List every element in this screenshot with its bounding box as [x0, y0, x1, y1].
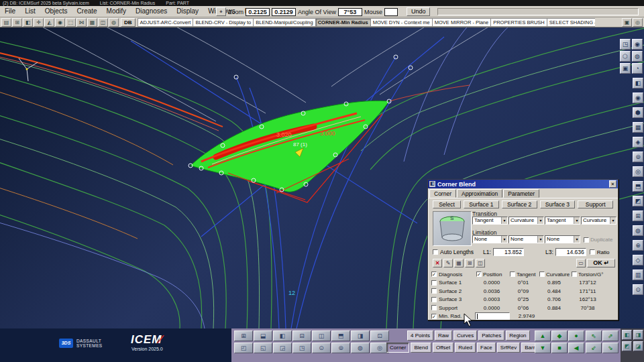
hotkey-button[interactable]: CORNER-Min Radius	[315, 18, 370, 27]
menu-item[interactable]: Modify	[102, 6, 131, 17]
chevron-down-icon[interactable]	[574, 236, 580, 243]
min-rad-input[interactable]	[475, 312, 510, 320]
row-checkbox[interactable]	[431, 280, 437, 286]
l1-input[interactable]: 13.852	[493, 248, 524, 256]
transition-select[interactable]: Curvature	[581, 217, 616, 225]
create-tool-icon[interactable]: ◧	[273, 330, 292, 341]
surface-op-button[interactable]: Face	[477, 343, 496, 353]
ratio-checkbox[interactable]	[590, 249, 595, 255]
auto-lengths-checkbox[interactable]	[433, 249, 438, 255]
curvature-checkbox[interactable]	[539, 272, 545, 277]
min-rad-checkbox[interactable]	[431, 314, 437, 319]
create-tool-icon[interactable]: ◲	[273, 343, 292, 353]
edit-tool-icon[interactable]: ✎	[443, 259, 453, 267]
surface-op-button[interactable]: Corner	[386, 343, 409, 353]
db-button[interactable]: DB	[121, 18, 136, 27]
modeling-tool-icon[interactable]: ⬒	[633, 181, 643, 192]
limitation-select[interactable]: None	[508, 235, 544, 243]
view-nav-icon[interactable]: ⇘	[602, 343, 619, 353]
toolbar-icon[interactable]: ⊞	[12, 18, 22, 27]
view-tool-icon[interactable]: ⬡	[620, 51, 631, 62]
duplicate-checkbox[interactable]	[584, 237, 589, 243]
modeling-tool-icon[interactable]: ▥	[633, 269, 643, 280]
hotkey-button[interactable]: ADJUST-ARC-Convert	[138, 18, 193, 27]
surface-op-button[interactable]: SrfRev	[497, 343, 520, 353]
table-row[interactable]: Surface 2 0.0036 0°09 0.484 171°11	[429, 287, 618, 296]
chevron-down-icon[interactable]	[537, 236, 543, 243]
display-tool-icon[interactable]: ■	[551, 343, 568, 353]
modeling-tool-icon[interactable]: ◇	[633, 255, 643, 265]
modeling-tool-icon[interactable]: ⬢	[633, 107, 643, 118]
mouse-indicator[interactable]	[384, 8, 398, 16]
view-tool-icon[interactable]: ◉	[632, 39, 643, 50]
modeling-tool-icon[interactable]: ◈	[633, 137, 643, 147]
menu-item[interactable]: Display	[172, 6, 203, 17]
menu-item[interactable]: Objects	[40, 6, 72, 17]
display-tool-icon[interactable]: ▼	[535, 343, 551, 353]
corner-tool-icon[interactable]: ◩	[622, 341, 632, 351]
modeling-tool-icon[interactable]: ◉	[633, 93, 643, 103]
dialog-tab[interactable]: Corner	[429, 189, 456, 198]
surface-type-button[interactable]: Patches	[478, 330, 504, 341]
diagnosis-checkbox[interactable]	[431, 272, 437, 277]
position-checkbox[interactable]	[476, 272, 482, 277]
toolbar-icon[interactable]: ◎	[633, 18, 643, 27]
row-checkbox[interactable]	[431, 288, 437, 294]
hotkey-button[interactable]: SELECT SHADING - Adv	[547, 18, 595, 27]
cancel-icon[interactable]: ✕	[433, 259, 442, 267]
modeling-tool-icon[interactable]: ⊕	[633, 240, 643, 251]
hotkey-button[interactable]: BLEND-CRV - Display to	[193, 18, 253, 27]
surface-select-button[interactable]: Support	[578, 200, 613, 208]
ok-aux-icon[interactable]: ▭	[576, 259, 586, 267]
angle-of-view-value[interactable]: 7°53	[338, 8, 362, 16]
view-tool-icon[interactable]: ◍	[632, 51, 643, 62]
chevron-down-icon[interactable]	[574, 217, 580, 224]
modeling-tool-icon[interactable]: ⊙	[633, 284, 643, 295]
create-tool-icon[interactable]: ◱	[254, 343, 272, 353]
display-tool-icon[interactable]: ◀	[568, 343, 584, 353]
toolbar-icon[interactable]: ⬚	[66, 18, 76, 27]
table-row[interactable]: Support 0.0000 0°06 0.884 70°38	[429, 304, 618, 312]
chevron-down-icon[interactable]	[610, 217, 616, 224]
close-icon[interactable]: ✕	[609, 180, 616, 188]
surface-select-button[interactable]: Select	[433, 200, 461, 208]
create-tool-icon[interactable]: ⊡	[370, 330, 389, 341]
hotkey-button[interactable]: MOVE MIRROR - Plane	[432, 18, 490, 27]
chevron-down-icon[interactable]	[501, 236, 507, 243]
toolbar-icon[interactable]: ◍	[109, 18, 119, 27]
surface-type-button[interactable]: Curves	[453, 330, 477, 341]
create-tool-icon[interactable]: ◰	[234, 343, 253, 353]
menu-item[interactable]: File	[0, 6, 20, 17]
create-tool-icon[interactable]: ⬒	[331, 330, 350, 341]
toolbar-icon[interactable]: ◉	[55, 18, 65, 27]
create-tool-icon[interactable]: ◫	[312, 330, 331, 341]
dialog-titlebar[interactable]: ◧ Corner Blend ✕	[428, 180, 618, 188]
dialog-tab[interactable]: Approximation	[457, 189, 502, 198]
torsion-checkbox[interactable]	[572, 272, 577, 277]
chevron-down-icon[interactable]	[537, 217, 543, 224]
undo-button[interactable]: Undo	[407, 7, 431, 16]
modeling-tool-icon[interactable]: ⊞	[633, 210, 643, 221]
patch-tool-icon[interactable]: ⊞	[465, 259, 474, 267]
table-row[interactable]: Surface 1 0.0000 0°01 0.895 173°12	[429, 279, 618, 288]
toolbar-icon[interactable]: ⋈	[76, 18, 87, 27]
toolbar-icon[interactable]: ◭	[44, 18, 54, 27]
chevron-down-icon[interactable]	[501, 217, 507, 224]
modeling-tool-icon[interactable]: ▦	[633, 122, 643, 133]
row-checkbox[interactable]	[431, 297, 437, 302]
surface-select-button[interactable]: Surface 3	[540, 200, 576, 208]
surface-select-button[interactable]: Surface 2	[502, 200, 537, 208]
zoom-value-1[interactable]: 0.2125	[246, 8, 270, 16]
create-tool-icon[interactable]: ◨	[351, 330, 370, 341]
modeling-tool-icon[interactable]: ◍	[633, 225, 643, 236]
blend-surface-highlight[interactable]	[191, 101, 389, 192]
tangent-checkbox[interactable]	[510, 272, 515, 277]
toolbar-icon[interactable]: ◫	[98, 18, 108, 27]
menu-item[interactable]: Create	[72, 6, 102, 17]
surface-type-button[interactable]: Raw	[435, 330, 452, 341]
ok-button[interactable]: OK ↵	[587, 259, 615, 267]
toolbar-icon[interactable]: ▤	[1, 18, 11, 27]
modeling-tool-icon[interactable]: ◧	[633, 78, 643, 88]
modeling-tool-icon[interactable]: ◩	[633, 196, 643, 206]
create-tool-icon[interactable]: ◍	[351, 343, 370, 353]
